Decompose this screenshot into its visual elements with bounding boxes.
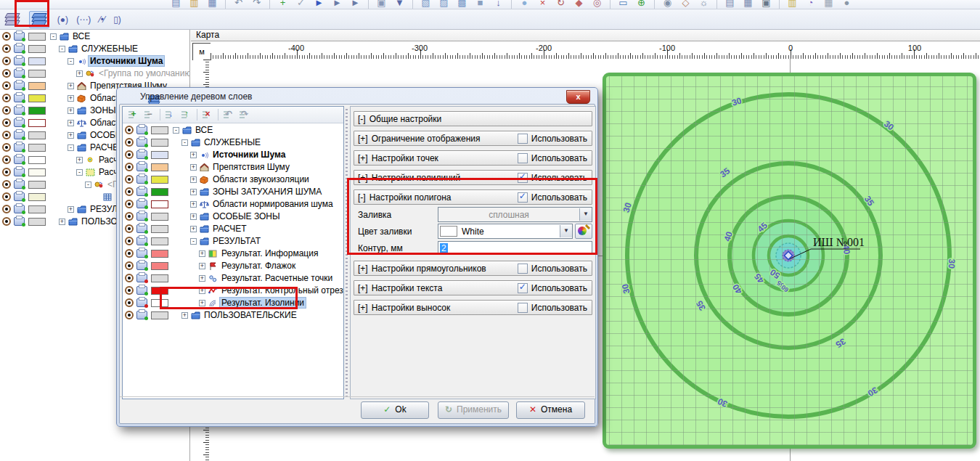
use-checkbox[interactable] bbox=[518, 153, 528, 163]
printer-icon[interactable] bbox=[136, 286, 147, 295]
visibility-eye-icon[interactable] bbox=[2, 192, 11, 201]
visibility-eye-icon[interactable] bbox=[2, 69, 11, 78]
toolbar-grid-toggle-icon[interactable]: ▦ bbox=[742, 0, 754, 9]
cancel-button[interactable]: ✕Отмена bbox=[516, 401, 585, 419]
layer-color-swatch[interactable] bbox=[151, 287, 168, 295]
layer-color-swatch[interactable] bbox=[28, 156, 46, 164]
printer-icon[interactable] bbox=[14, 94, 25, 102]
tree-row[interactable]: -ВСЕ bbox=[123, 124, 343, 136]
visibility-eye-icon[interactable] bbox=[2, 44, 11, 53]
move-layer-down-button[interactable]: ↓ bbox=[163, 108, 178, 121]
redo-button[interactable]: ↷ bbox=[237, 108, 252, 121]
tree-row[interactable]: +Результат. Контрольный отрезок bbox=[123, 285, 343, 296]
point-noise-source-icon[interactable]: (●) bbox=[57, 12, 68, 27]
outline-width-input[interactable]: 2 bbox=[438, 241, 592, 255]
toolbar-pan-icon[interactable]: ◇ bbox=[679, 0, 692, 9]
collapse-expander[interactable]: - bbox=[173, 127, 179, 134]
expand-expander[interactable]: + bbox=[190, 189, 197, 195]
section-expand-prefix[interactable]: [+] bbox=[358, 153, 368, 163]
printer-icon[interactable] bbox=[136, 212, 147, 221]
line-noise-source-icon[interactable]: ⁄•⁄ bbox=[99, 12, 105, 27]
dialog-close-button[interactable]: x bbox=[566, 90, 590, 104]
tree-row[interactable]: +ЗОНЫ ЗАТУХАНИЯ ШУМА bbox=[123, 186, 343, 197]
expand-expander[interactable]: + bbox=[68, 83, 74, 89]
layer-color-swatch[interactable] bbox=[151, 225, 168, 233]
settings-section-header[interactable]: [+]Настройки точекИспользовать bbox=[354, 150, 592, 166]
settings-section-header[interactable]: [+]Настройки прямоугольниковИспользовать bbox=[354, 261, 592, 276]
dialog-title-bar[interactable]: Управление деревом слоев x bbox=[117, 88, 597, 105]
pane-splitter[interactable] bbox=[346, 109, 348, 396]
printer-icon[interactable] bbox=[136, 274, 147, 282]
expand-expander[interactable]: + bbox=[199, 250, 205, 257]
printer-icon[interactable] bbox=[14, 118, 25, 127]
layer-color-swatch[interactable] bbox=[151, 237, 168, 245]
toolbar-group-icon[interactable]: ▧ bbox=[420, 0, 432, 9]
add-layer-button[interactable]: + bbox=[126, 108, 141, 121]
visibility-eye-icon[interactable] bbox=[125, 163, 134, 171]
printer-icon[interactable] bbox=[136, 200, 147, 208]
ok-button[interactable]: ✓Ok bbox=[361, 401, 429, 419]
layer-color-swatch[interactable] bbox=[151, 176, 168, 184]
layer-color-swatch[interactable] bbox=[28, 94, 46, 102]
expand-expander[interactable]: + bbox=[199, 263, 205, 269]
visibility-eye-icon[interactable] bbox=[2, 81, 11, 90]
toolbar-new-icon[interactable]: ▤ bbox=[170, 0, 182, 9]
toolbar-redo-icon[interactable]: ↷ bbox=[250, 0, 263, 9]
tree-row[interactable]: -РЕЗУЛЬТАТ bbox=[123, 235, 343, 247]
expand-expander[interactable]: + bbox=[76, 70, 83, 77]
layer-color-swatch[interactable] bbox=[151, 299, 168, 307]
visibility-eye-icon[interactable] bbox=[125, 175, 134, 184]
section-expand-prefix[interactable]: [+] bbox=[358, 173, 368, 183]
toolbar-save-icon[interactable]: ▦ bbox=[206, 0, 219, 9]
delete-layer-button[interactable]: × bbox=[200, 108, 215, 121]
section-expand-prefix[interactable]: [+] bbox=[358, 303, 368, 313]
printer-icon[interactable] bbox=[14, 168, 25, 176]
visibility-eye-icon[interactable] bbox=[125, 237, 134, 245]
collapse-expander[interactable]: - bbox=[59, 46, 65, 52]
settings-section-header[interactable]: [+]Настройки текстаИспользовать bbox=[354, 280, 592, 295]
visibility-eye-icon[interactable] bbox=[125, 150, 134, 159]
visibility-eye-icon[interactable] bbox=[125, 200, 134, 208]
use-checkbox[interactable] bbox=[518, 283, 528, 293]
visibility-eye-icon[interactable] bbox=[2, 180, 11, 189]
visibility-eye-icon[interactable] bbox=[2, 168, 11, 176]
layer-color-swatch[interactable] bbox=[28, 57, 46, 65]
section-expand-prefix[interactable]: [+] bbox=[358, 134, 368, 144]
tree-row[interactable]: +Результат. Информация bbox=[123, 248, 343, 259]
toolbar-cursor-2-icon[interactable]: ► bbox=[331, 0, 343, 9]
printer-icon[interactable] bbox=[136, 150, 147, 159]
tree-row[interactable]: +Области звукоизоляции bbox=[123, 174, 343, 185]
collapse-expander[interactable]: - bbox=[181, 139, 188, 146]
layer-color-swatch[interactable] bbox=[28, 168, 46, 176]
layer-color-swatch[interactable] bbox=[28, 205, 46, 213]
visibility-eye-icon[interactable] bbox=[2, 57, 11, 65]
printer-icon[interactable] bbox=[136, 311, 147, 319]
toolbar-select-cursor-icon[interactable]: ► bbox=[313, 0, 325, 9]
tree-row[interactable]: +Результат. Расчетные точки bbox=[123, 272, 343, 284]
settings-section-header[interactable]: [+]Ограничение отображенияИспользовать bbox=[354, 131, 592, 146]
tree-row[interactable]: +ОСОБЫЕ ЗОНЫ bbox=[123, 211, 343, 222]
area-noise-source-icon[interactable]: (⋯) bbox=[76, 12, 91, 27]
layer-color-swatch[interactable] bbox=[28, 144, 46, 152]
fill-color-combobox[interactable]: White ▼ bbox=[438, 224, 573, 239]
visibility-eye-icon[interactable] bbox=[125, 261, 134, 270]
printer-icon[interactable] bbox=[136, 261, 147, 270]
layer-manager-icon[interactable] bbox=[29, 11, 49, 28]
layer-color-swatch[interactable] bbox=[151, 188, 168, 196]
expand-expander[interactable]: + bbox=[68, 206, 74, 213]
toolbar-mirror-icon[interactable]: ◆ bbox=[573, 0, 585, 9]
map-tab-label[interactable]: Карта bbox=[196, 30, 219, 41]
layer-color-swatch[interactable] bbox=[151, 139, 168, 147]
printer-icon[interactable] bbox=[14, 81, 25, 90]
layer-color-swatch[interactable] bbox=[28, 33, 46, 41]
printer-icon[interactable] bbox=[136, 163, 147, 171]
toolbar-table-view-icon[interactable]: ▦ bbox=[822, 0, 835, 9]
expand-expander[interactable]: + bbox=[59, 219, 65, 225]
layer-color-swatch[interactable] bbox=[28, 119, 46, 127]
printer-icon[interactable] bbox=[136, 249, 147, 258]
visibility-eye-icon[interactable] bbox=[125, 249, 134, 258]
toolbar-align-right-icon[interactable]: ▩ bbox=[456, 0, 468, 9]
fill-style-combobox[interactable]: сплошная ▼ bbox=[438, 207, 592, 222]
printer-icon[interactable] bbox=[14, 69, 25, 78]
toolbar-settings-icon[interactable]: ● bbox=[841, 0, 853, 9]
